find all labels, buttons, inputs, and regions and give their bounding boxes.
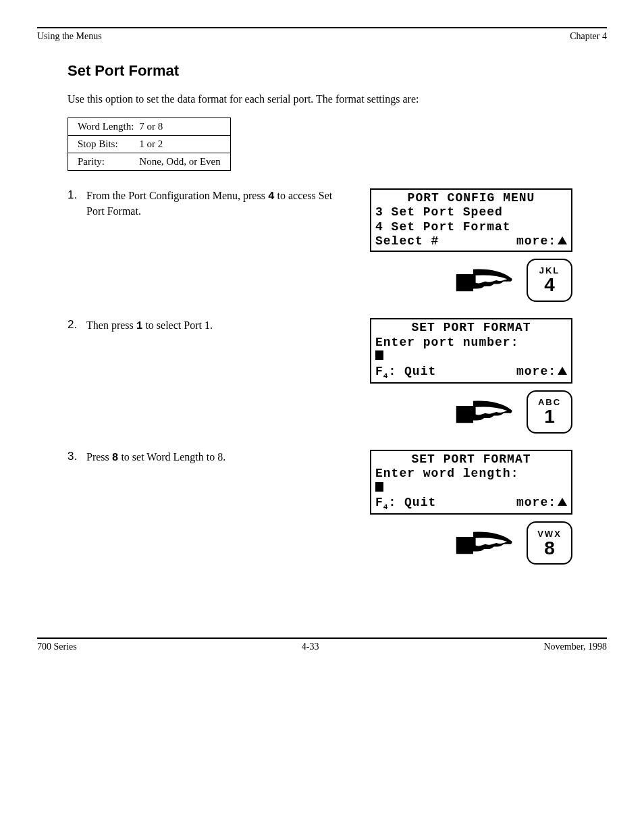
- screen-line: 4 Set Port Format: [375, 220, 567, 235]
- step-number: 2.: [68, 318, 86, 332]
- instruction-step: 2.Then press 1 to select Port 1.SET PORT…: [68, 318, 607, 446]
- press-key-illustration: ABC1: [370, 390, 572, 434]
- header-doc: Using the Menus: [37, 31, 102, 42]
- format-settings-table: Word Length:7 or 8Stop Bits:1 or 2Parity…: [68, 118, 231, 171]
- footer-page: 4-33: [302, 642, 319, 652]
- page-footer: 700 Series 4-33 November, 1998: [37, 637, 607, 652]
- keypad-key[interactable]: JKL4: [527, 259, 572, 302]
- step-text: Press 8 to set Word Length to 8.: [86, 450, 350, 466]
- up-arrow-icon: [558, 236, 567, 244]
- screen-title: SET PORT FORMAT: [375, 452, 567, 467]
- screen-title: SET PORT FORMAT: [375, 321, 567, 336]
- device-screen: SET PORT FORMATEnter port number:F4: Qui…: [370, 318, 572, 384]
- instruction-step: 1.From the Port Configuration Menu, pres…: [68, 188, 607, 314]
- screen-line: 3 Set Port Speed: [375, 205, 567, 220]
- setting-label: Parity:: [68, 153, 138, 170]
- device-screen: SET PORT FORMATEnter word length:F4: Qui…: [370, 450, 572, 515]
- setting-value: 7 or 8: [138, 118, 230, 135]
- up-arrow-icon: [558, 498, 567, 506]
- screen-line: Enter word length:: [375, 467, 567, 481]
- step-number: 1.: [68, 188, 86, 202]
- screen-cursor-line: [375, 481, 567, 496]
- screen-bottom-line: Select #more:: [375, 234, 567, 249]
- setting-value: None, Odd, or Even: [138, 153, 230, 170]
- intro-text: Use this option to set the data format f…: [68, 92, 581, 107]
- pointing-hand-icon: [455, 393, 516, 431]
- table-row: Word Length:7 or 8: [68, 118, 231, 135]
- cursor-icon: [375, 482, 383, 492]
- table-row: Stop Bits:1 or 2: [68, 135, 231, 153]
- instruction-step: 3.Press 8 to set Word Length to 8.SET PO…: [68, 450, 607, 577]
- section-title: Set Port Format: [68, 62, 607, 80]
- page-header: Using the Menus Chapter 4: [37, 31, 607, 42]
- step-text: From the Port Configuration Menu, press …: [86, 188, 350, 219]
- screen-line: Enter port number:: [375, 336, 567, 350]
- setting-label: Word Length:: [68, 118, 138, 135]
- table-row: Parity:None, Odd, or Even: [68, 153, 231, 170]
- step-number: 3.: [68, 450, 86, 463]
- header-chapter: Chapter 4: [570, 31, 607, 42]
- screen-title: PORT CONFIG MENU: [375, 191, 567, 206]
- footer-left: 700 Series: [37, 642, 77, 652]
- key-number: 8: [544, 539, 555, 558]
- screen-bottom-line: F4: Quitmore:: [375, 496, 567, 512]
- screen-cursor-line: [375, 350, 567, 365]
- pointing-hand-icon: [455, 524, 516, 562]
- up-arrow-icon: [558, 367, 567, 375]
- keypad-key[interactable]: VWX8: [527, 521, 572, 565]
- press-key-illustration: VWX8: [370, 521, 572, 565]
- key-number: 4: [544, 276, 555, 294]
- device-screen: PORT CONFIG MENU3 Set Port Speed4 Set Po…: [370, 188, 572, 252]
- step-text: Then press 1 to select Port 1.: [86, 318, 350, 334]
- setting-value: 1 or 2: [138, 135, 230, 153]
- key-number: 1: [544, 407, 555, 426]
- screen-bottom-line: F4: Quitmore:: [375, 365, 567, 381]
- setting-label: Stop Bits:: [68, 135, 138, 153]
- cursor-icon: [375, 350, 383, 360]
- keypad-key[interactable]: ABC1: [527, 390, 572, 434]
- pointing-hand-icon: [455, 261, 516, 299]
- footer-right: November, 1998: [543, 642, 607, 652]
- press-key-illustration: JKL4: [370, 259, 572, 302]
